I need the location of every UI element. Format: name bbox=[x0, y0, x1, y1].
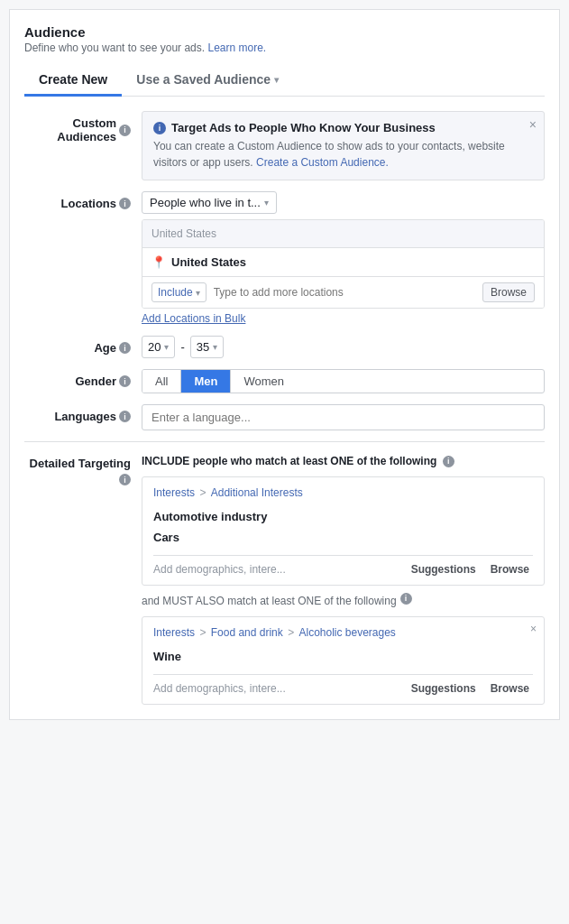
detailed-targeting-info-icon[interactable]: i bbox=[119, 474, 131, 485]
location-include-row: Include ▾ Browse bbox=[142, 276, 544, 308]
dt-box2-food-drink-link[interactable]: Food and drink bbox=[211, 626, 283, 639]
ca-body: You can create a Custom Audience to show… bbox=[153, 138, 533, 171]
tab-create-new[interactable]: Create New bbox=[24, 65, 122, 97]
add-locations-bulk-link[interactable]: Add Locations in Bulk bbox=[142, 312, 245, 325]
languages-label: Languages i bbox=[24, 404, 142, 423]
dt-box1-add-placeholder: Add demographics, intere... bbox=[153, 563, 400, 576]
location-type-input[interactable] bbox=[214, 286, 475, 299]
age-from-chevron-icon: ▾ bbox=[164, 342, 169, 352]
audience-tabs: Create New Use a Saved Audience ▾ bbox=[24, 65, 545, 97]
dt-must-also-info-icon[interactable]: i bbox=[400, 593, 412, 605]
dt-box2-add-placeholder: Add demographics, intere... bbox=[153, 682, 400, 695]
page-title: Audience bbox=[24, 24, 545, 40]
locations-box: United States 📍 United States Include ▾ … bbox=[142, 219, 545, 309]
dt-box2-browse-button[interactable]: Browse bbox=[487, 682, 533, 695]
age-info-icon[interactable]: i bbox=[119, 342, 131, 354]
age-separator: - bbox=[180, 340, 184, 354]
gender-men-button[interactable]: Men bbox=[181, 370, 231, 393]
custom-audiences-close-icon[interactable]: × bbox=[529, 117, 537, 132]
dt-box2-breadcrumb: Interests > Food and drink > Alcoholic b… bbox=[153, 626, 533, 639]
location-name: United States bbox=[171, 255, 246, 269]
gender-buttons: All Men Women bbox=[142, 369, 545, 393]
age-content: 20 ▾ - 35 ▾ bbox=[142, 336, 545, 358]
dt-box-2: × Interests > Food and drink > Alcoholic… bbox=[142, 616, 545, 705]
dt-box1-sep1: > bbox=[199, 486, 208, 499]
age-from-dropdown[interactable]: 20 ▾ bbox=[142, 336, 175, 358]
locations-info-icon[interactable]: i bbox=[119, 198, 131, 209]
detailed-targeting-label: Detailed Targeting i bbox=[24, 453, 142, 485]
location-search-header: United States bbox=[142, 220, 544, 248]
custom-audiences-label: Custom Audiences i bbox=[24, 111, 142, 143]
dt-box2-add-row: Add demographics, intere... Suggestions … bbox=[153, 674, 533, 695]
dt-box-1: Interests > Additional Interests Automot… bbox=[142, 476, 545, 586]
ca-title: i Target Ads to People Who Know Your Bus… bbox=[153, 121, 533, 134]
languages-row: Languages i bbox=[24, 404, 545, 430]
custom-audiences-box: × i Target Ads to People Who Know Your B… bbox=[142, 111, 545, 180]
languages-content bbox=[142, 404, 545, 430]
dt-box2-sep1: > bbox=[199, 626, 208, 639]
location-pin-icon: 📍 bbox=[151, 255, 166, 269]
saved-audience-chevron-icon: ▾ bbox=[274, 75, 279, 85]
gender-row: Gender i All Men Women bbox=[24, 369, 545, 393]
detailed-targeting-section: Detailed Targeting i INCLUDE people who … bbox=[24, 453, 545, 705]
locations-label: Locations i bbox=[24, 191, 142, 210]
ca-info-icon: i bbox=[153, 122, 166, 134]
dt-include-info-icon[interactable]: i bbox=[443, 456, 454, 467]
language-input[interactable] bbox=[142, 404, 545, 430]
dt-box2-sep2: > bbox=[288, 626, 297, 639]
gender-all-button[interactable]: All bbox=[142, 370, 181, 393]
custom-audiences-row: Custom Audiences i × i Target Ads to Peo… bbox=[24, 111, 545, 180]
locations-dropdown[interactable]: People who live in t... ▾ bbox=[142, 191, 277, 214]
create-custom-audience-link[interactable]: Create a Custom Audience. bbox=[256, 156, 389, 169]
gender-women-button[interactable]: Women bbox=[231, 370, 297, 393]
dt-box1-browse-button[interactable]: Browse bbox=[487, 563, 533, 576]
section-divider bbox=[24, 441, 545, 442]
dt-box1-interests-link[interactable]: Interests bbox=[153, 486, 195, 499]
page-subtitle: Define who you want to see your ads. Lea… bbox=[24, 42, 545, 54]
gender-label: Gender i bbox=[24, 369, 142, 388]
learn-more-link[interactable]: Learn more. bbox=[207, 42, 266, 54]
locations-row: Locations i People who live in t... ▾ Un… bbox=[24, 191, 545, 325]
dt-box1-additional-interests-link[interactable]: Additional Interests bbox=[211, 486, 303, 499]
dt-box1-breadcrumb: Interests > Additional Interests bbox=[153, 486, 533, 499]
tab-saved-audience[interactable]: Use a Saved Audience ▾ bbox=[122, 65, 293, 97]
audience-panel: Audience Define who you want to see your… bbox=[9, 9, 560, 720]
dt-box1-suggestions-button[interactable]: Suggestions bbox=[408, 563, 480, 576]
subtitle-text: Define who you want to see your ads. bbox=[24, 42, 205, 54]
dt-must-also-text: and MUST ALSO match at least ONE of the … bbox=[142, 593, 545, 609]
age-controls: 20 ▾ - 35 ▾ bbox=[142, 336, 545, 358]
dt-include-text: INCLUDE people who match at least ONE of… bbox=[142, 453, 545, 469]
location-result: 📍 United States bbox=[142, 248, 544, 276]
age-to-chevron-icon: ▾ bbox=[213, 342, 217, 352]
custom-audiences-content: × i Target Ads to People Who Know Your B… bbox=[142, 111, 545, 180]
gender-content: All Men Women bbox=[142, 369, 545, 393]
custom-audiences-info-icon[interactable]: i bbox=[119, 125, 131, 136]
dt-box2-close-icon[interactable]: × bbox=[530, 623, 537, 635]
dt-box2-suggestions-button[interactable]: Suggestions bbox=[408, 682, 480, 695]
include-chevron-icon: ▾ bbox=[196, 288, 200, 298]
dt-box1-item-1: Automotive industry bbox=[153, 506, 533, 527]
detailed-targeting-content: INCLUDE people who match at least ONE of… bbox=[142, 453, 545, 705]
locations-browse-button[interactable]: Browse bbox=[482, 282, 535, 302]
dt-box1-add-row: Add demographics, intere... Suggestions … bbox=[153, 555, 533, 576]
gender-info-icon[interactable]: i bbox=[119, 375, 131, 387]
languages-info-icon[interactable]: i bbox=[119, 411, 131, 422]
locations-content: People who live in t... ▾ United States … bbox=[142, 191, 545, 325]
age-to-dropdown[interactable]: 35 ▾ bbox=[190, 336, 224, 358]
dt-box2-interests-link[interactable]: Interests bbox=[153, 626, 195, 639]
locations-dropdown-text: People who live in t... bbox=[150, 196, 261, 209]
locations-chevron-icon: ▾ bbox=[264, 198, 269, 208]
dt-box1-item-2: Cars bbox=[153, 527, 533, 548]
dt-box2-alcoholic-link[interactable]: Alcoholic beverages bbox=[298, 626, 395, 639]
dt-box2-item-1: Wine bbox=[153, 646, 533, 667]
include-dropdown[interactable]: Include ▾ bbox=[151, 282, 206, 302]
age-row: Age i 20 ▾ - 35 ▾ bbox=[24, 336, 545, 358]
age-label: Age i bbox=[24, 336, 142, 355]
